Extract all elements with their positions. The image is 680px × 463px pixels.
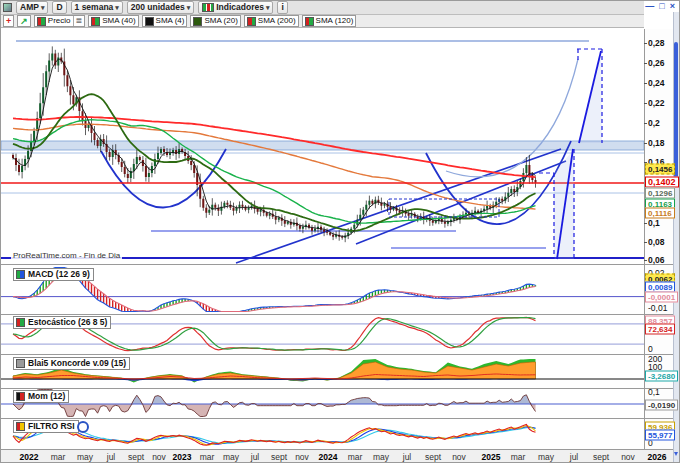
price-value-badge: 0,1296 bbox=[645, 188, 675, 199]
time-axis-label: jul bbox=[107, 452, 116, 462]
maximize-button[interactable]: □ bbox=[659, 1, 664, 11]
price-axis-border bbox=[644, 29, 645, 449]
chart-legend-row: + ↗ Precio ≣ SMA (40)SMA (4)SMA (20)SMA … bbox=[1, 15, 644, 28]
chevron-down-icon: ▾ bbox=[187, 2, 191, 13]
indicator-icon bbox=[16, 422, 25, 431]
sma-line-icon bbox=[247, 17, 256, 26]
indicator-icon bbox=[16, 359, 25, 368]
sma-line-icon bbox=[305, 17, 314, 26]
indicator-label-mom[interactable]: Mom (12) bbox=[13, 390, 69, 403]
time-axis-label: mar bbox=[511, 452, 526, 462]
time-axis-label: may bbox=[373, 452, 389, 462]
price-tick-label: 0,24 bbox=[648, 78, 665, 88]
chevron-down-icon: ▾ bbox=[115, 2, 119, 13]
sma-line-icon bbox=[91, 17, 100, 26]
chevron-down-icon: ▾ bbox=[266, 2, 270, 13]
scrollbar-thumb[interactable] bbox=[674, 42, 678, 182]
sma-legend-chips: SMA (40)SMA (4)SMA (20)SMA (200)SMA (120… bbox=[88, 15, 356, 27]
time-axis-label: jul bbox=[403, 452, 412, 462]
indicator-value-badge: -0,0190 bbox=[645, 400, 678, 411]
indicator-tick-label: 0,1 bbox=[648, 387, 660, 397]
watermark: ProRealTime.com - Fin de Dia bbox=[11, 251, 122, 260]
price-tick-mark bbox=[644, 123, 647, 124]
price-tick-mark bbox=[644, 143, 647, 144]
price-tick-label: 0,06 bbox=[648, 255, 665, 265]
panel-separator[interactable] bbox=[1, 314, 680, 315]
time-axis-label: nov bbox=[152, 452, 166, 462]
price-tick-mark bbox=[644, 83, 647, 84]
arrow-up-right-icon: ↗ bbox=[20, 16, 28, 26]
indicator-value-badge: 55,977 bbox=[645, 430, 675, 441]
price-tick-mark bbox=[644, 223, 647, 224]
minimize-button[interactable]: — bbox=[645, 1, 654, 11]
price-tick-mark bbox=[644, 242, 647, 243]
panel-separator[interactable] bbox=[1, 418, 680, 419]
indicator-icon bbox=[16, 270, 25, 279]
indicator-label-macd[interactable]: MACD (12 26 9) bbox=[13, 268, 94, 281]
price-tick-mark bbox=[644, 43, 647, 44]
time-axis-label: sept bbox=[128, 452, 144, 462]
proRealTime-chart-window: AMP▾ D 1 semana▾ 200 unidades▾ Indicador… bbox=[0, 0, 680, 463]
price-tick-label: 0,28 bbox=[648, 38, 665, 48]
time-axis-label: sept bbox=[271, 452, 287, 462]
price-value-badge: 0,1456 bbox=[645, 164, 675, 175]
main-toolbar: AMP▾ D 1 semana▾ 200 unidades▾ Indicador… bbox=[1, 1, 644, 15]
price-value-badge: 0,1116 bbox=[645, 208, 675, 219]
price-value-badge: 0,1402 bbox=[645, 177, 679, 188]
indicator-value-badge: -0,0001 bbox=[645, 292, 678, 303]
vertical-scrollbar[interactable] bbox=[673, 12, 679, 463]
daily-button[interactable]: D bbox=[52, 1, 66, 14]
info-button[interactable]: i bbox=[277, 1, 287, 14]
price-tick-mark bbox=[644, 63, 647, 64]
time-axis-label: may bbox=[77, 452, 93, 462]
rsi-indicator-dot-icon bbox=[77, 421, 89, 433]
sma-legend-chip[interactable]: SMA (200) bbox=[244, 15, 299, 27]
sma-legend-chip[interactable]: SMA (40) bbox=[88, 15, 138, 27]
panel-separator[interactable] bbox=[1, 354, 680, 355]
units-dropdown[interactable]: 200 unidades▾ bbox=[127, 1, 194, 14]
trend-tool-button[interactable]: ↗ bbox=[17, 15, 31, 27]
time-axis-label: 2022 bbox=[20, 452, 39, 462]
list-icon: ≣ bbox=[73, 16, 83, 26]
time-axis-label: 2024 bbox=[319, 452, 338, 462]
price-chart-canvas bbox=[1, 1, 680, 463]
time-axis-label: mar bbox=[348, 452, 363, 462]
panel-separator[interactable] bbox=[1, 264, 680, 265]
time-axis[interactable]: 2022marmayjulseptnov2023marmayjulseptnov… bbox=[1, 449, 675, 463]
time-axis-label: mar bbox=[51, 452, 66, 462]
time-axis-label: 2023 bbox=[173, 452, 192, 462]
panel-separator[interactable] bbox=[1, 388, 680, 389]
price-tick-label: 0,26 bbox=[648, 58, 665, 68]
indicator-label-stoch[interactable]: Estocástico (26 8 5) bbox=[13, 316, 111, 329]
symbol-dropdown[interactable]: AMP▾ bbox=[16, 1, 48, 14]
time-axis-label: may bbox=[538, 452, 554, 462]
chevron-down-icon: ▾ bbox=[41, 2, 45, 13]
sma-legend-chip[interactable]: SMA (120) bbox=[302, 15, 357, 27]
sma-line-icon bbox=[193, 17, 202, 26]
scroll-arrow-icon[interactable] bbox=[674, 452, 678, 456]
indicator-value-badge: 72,634 bbox=[645, 324, 675, 335]
price-tick-label: 0,18 bbox=[648, 138, 665, 148]
time-axis-label: jul bbox=[570, 452, 579, 462]
price-legend-chip[interactable]: Precio ≣ bbox=[34, 15, 85, 27]
window-controls: — □ × bbox=[645, 1, 675, 11]
indicators-dropdown[interactable]: Indicadores▾ bbox=[198, 1, 273, 14]
time-axis-label: may bbox=[223, 452, 239, 462]
indicator-label-koncorde[interactable]: Blai5 Koncorde v.09 (15) bbox=[13, 357, 130, 370]
indicator-label-rsi[interactable]: FILTRO RSI bbox=[13, 420, 79, 433]
alert-tool-button[interactable]: + bbox=[3, 15, 14, 27]
time-axis-label: mar bbox=[200, 452, 215, 462]
price-tick-label: 0,1 bbox=[648, 218, 660, 228]
time-axis-label: 2026 bbox=[648, 452, 667, 462]
crosshair-icon: + bbox=[6, 16, 11, 26]
sma-legend-chip[interactable]: SMA (4) bbox=[142, 15, 188, 27]
price-tick-label: 0,22 bbox=[648, 98, 665, 108]
timeframe-dropdown[interactable]: 1 semana▾ bbox=[71, 1, 123, 14]
time-axis-label: 2025 bbox=[482, 452, 501, 462]
close-button[interactable]: × bbox=[670, 1, 675, 11]
price-tick-label: 0,2 bbox=[648, 118, 660, 128]
sma-legend-chip[interactable]: SMA (20) bbox=[190, 15, 240, 27]
indicator-tick-label: 0 bbox=[648, 344, 653, 354]
mini-chart-icon bbox=[202, 3, 214, 12]
time-axis-label: nov bbox=[452, 452, 466, 462]
